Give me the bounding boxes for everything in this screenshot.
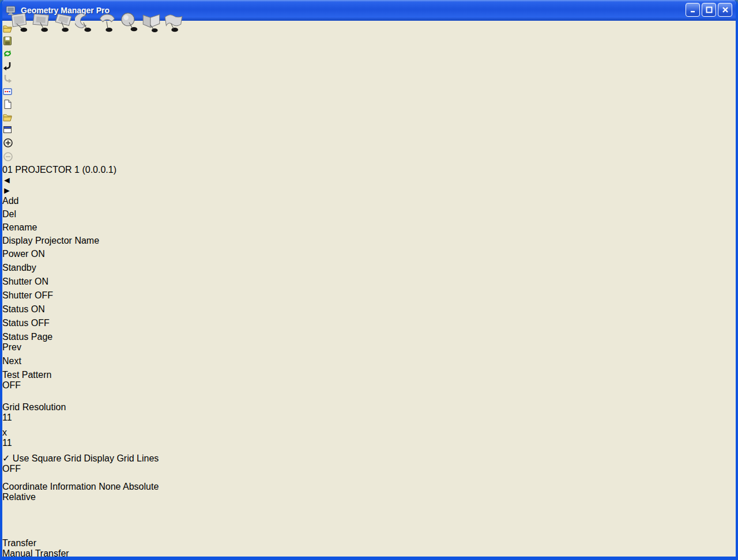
coordinate-information-group: Coordinate Information None Absolute Rel… (2, 482, 173, 538)
free-grid-concave-cylinder-vertical-button[interactable] (97, 12, 119, 36)
flat-screen-icon (9, 12, 31, 33)
free-grid-mode-row (9, 12, 184, 36)
status-page-prev-button[interactable]: Prev (2, 342, 39, 356)
checkbox-icon: ✓ (2, 453, 10, 463)
display-projector-name-button[interactable]: Display Projector Name (2, 236, 168, 249)
coordinate-information-title: Coordinate Information (2, 482, 96, 491)
coordinate-none-radio[interactable]: None (99, 482, 123, 491)
shutter-off-button[interactable]: Shutter OFF (2, 290, 78, 304)
maximize-button[interactable] (702, 3, 716, 17)
window-layout-icon (2, 124, 13, 135)
rename-button[interactable]: Rename (2, 222, 55, 236)
open-layout-icon (2, 112, 13, 122)
projector-index: 01 (2, 165, 13, 175)
test-pattern-group: Test Pattern OFF (2, 370, 173, 402)
status-on-button[interactable]: Status ON (2, 304, 78, 318)
zoom-out-button[interactable] (2, 151, 736, 165)
test-pattern-title: Test Pattern (2, 370, 51, 380)
maximize-icon (706, 6, 713, 13)
free-grid-tilted-screen-button[interactable] (53, 12, 75, 36)
display-grid-lines-select[interactable]: OFF (2, 464, 161, 479)
new-layout-button[interactable] (2, 99, 736, 112)
add-button[interactable]: Add (2, 196, 55, 209)
save-icon (2, 36, 13, 46)
open-layout-button[interactable] (2, 112, 736, 124)
grid-rows-select[interactable]: 11 (2, 438, 75, 453)
grid-resolution-group: Grid Resolution 11 x 11 ✓ Use Square Gri… (2, 402, 173, 482)
grid-x-label: x (2, 427, 7, 437)
projector-panel-button[interactable] (2, 86, 736, 99)
concave-cylinder-vertical-icon (97, 12, 119, 33)
manual-transfer-button[interactable]: Manual Transfer (2, 548, 163, 560)
projector-panel-icon (2, 86, 13, 97)
free-grid-curved-screen-button[interactable] (163, 12, 184, 36)
grid-rows-value: 11 (2, 438, 12, 448)
standby-button[interactable]: Standby (2, 263, 78, 277)
coordinate-absolute-label: Absolute (123, 482, 159, 491)
grid-columns-value: 11 (2, 413, 12, 422)
zoom-in-button[interactable] (2, 137, 736, 151)
del-button[interactable]: Del (2, 209, 55, 222)
minimize-icon (690, 6, 696, 13)
free-grid-corner-screen-button[interactable] (141, 12, 163, 36)
test-pattern-select[interactable]: OFF (2, 380, 161, 395)
scroll-right-icon[interactable]: ► (2, 186, 736, 196)
concave-cylinder-horizontal-icon (75, 12, 97, 33)
redo-icon (2, 74, 13, 84)
refresh-icon (2, 48, 13, 59)
window-layout-button[interactable] (2, 124, 736, 137)
coordinate-relative-radio[interactable]: Relative (2, 492, 36, 502)
grid-columns-select[interactable]: 11 (2, 413, 70, 427)
new-layout-icon (2, 99, 13, 109)
projector-name: PROJECTOR 1 (0.0.0.1) (15, 165, 116, 175)
grid-resolution-title: Grid Resolution (2, 402, 66, 412)
coordinate-relative-label: Relative (2, 492, 36, 502)
tilted-screen-icon (53, 12, 75, 33)
free-grid-flat-screen-rear-button[interactable] (31, 12, 53, 36)
undo-button[interactable] (2, 61, 736, 74)
scroll-left-icon[interactable]: ◄ (2, 175, 736, 186)
free-grid-flat-screen-button[interactable] (9, 12, 31, 36)
curved-screen-icon (163, 12, 184, 33)
list-item[interactable]: 01 PROJECTOR 1 (0.0.0.1) (2, 165, 736, 175)
transfer-group: Transfer Manual Transfer ✓ Auto Transfer… (2, 538, 173, 560)
display-grid-lines-value: OFF (2, 464, 21, 474)
flat-screen-rear-icon (31, 12, 53, 33)
status-off-button[interactable]: Status OFF (2, 318, 78, 332)
app-window: Geometry Manager Pro File Edit View Vers… (0, 0, 738, 560)
power-on-button[interactable]: Power ON (2, 249, 78, 263)
projector-list[interactable]: 01 PROJECTOR 1 (0.0.0.1) ◄ ► (2, 165, 736, 196)
save-button[interactable] (2, 36, 736, 48)
zoom-in-icon (2, 137, 14, 149)
coordinate-absolute-radio[interactable]: Absolute (123, 482, 159, 491)
undo-icon (2, 61, 13, 71)
close-button[interactable] (718, 3, 732, 17)
shutter-on-button[interactable]: Shutter ON (2, 277, 78, 290)
close-icon (722, 6, 729, 13)
status-page-next-button[interactable]: Next (2, 356, 39, 370)
dome-screen-icon (119, 12, 141, 33)
minimize-button[interactable] (686, 3, 700, 17)
coordinate-none-label: None (99, 482, 121, 491)
display-grid-lines-label: Display Grid Lines (84, 453, 159, 463)
free-grid-dome-screen-button[interactable] (119, 12, 141, 36)
corner-screen-icon (141, 12, 163, 33)
projector-list-hscrollbar[interactable]: ◄ ► (2, 175, 736, 196)
status-page-label: Status Page (2, 332, 736, 342)
transfer-title: Transfer (2, 538, 36, 548)
zoom-out-icon (2, 151, 14, 162)
test-pattern-value: OFF (2, 380, 21, 390)
use-square-grid-label: Use Square Grid (13, 453, 81, 463)
use-square-grid-checkbox[interactable]: ✓ Use Square Grid (2, 453, 84, 463)
refresh-button[interactable] (2, 48, 736, 61)
redo-button[interactable] (2, 74, 736, 86)
free-grid-concave-cylinder-horizontal-button[interactable] (75, 12, 97, 36)
